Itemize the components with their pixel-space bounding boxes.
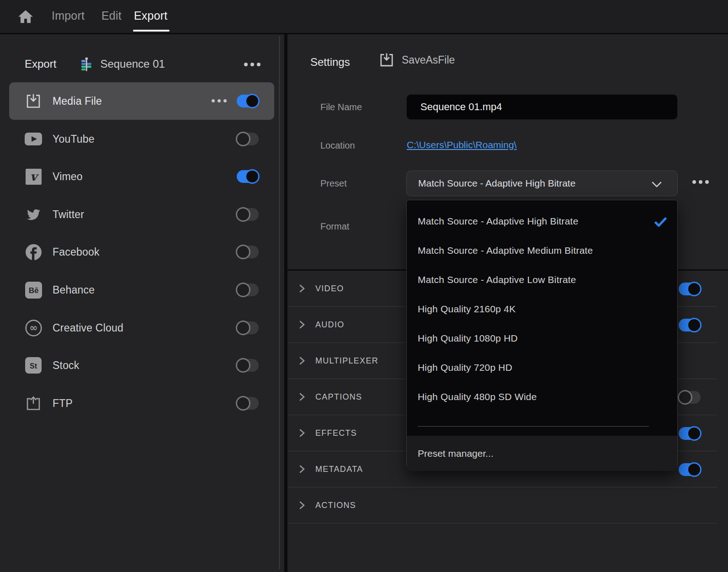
- preset-manager-label: Preset manager...: [418, 448, 494, 459]
- sidebar-item-label: Twitter: [53, 208, 84, 221]
- ftp-toggle[interactable]: [237, 397, 259, 410]
- preset-dropdown[interactable]: Match Source - Adaptive High Bitrate: [406, 171, 678, 196]
- preset-option-label: High Quality 720p HD: [418, 362, 512, 373]
- facebook-toggle[interactable]: [237, 246, 259, 258]
- sidebar-item-stock[interactable]: St Stock: [9, 347, 274, 384]
- sidebar-item-twitter[interactable]: Twitter: [9, 196, 274, 233]
- sidebar-item-facebook[interactable]: Facebook: [9, 233, 274, 271]
- sidebar-item-media-file[interactable]: Media File: [9, 82, 274, 120]
- section-actions[interactable]: ACTIONS: [287, 487, 717, 524]
- metadata-toggle[interactable]: [679, 463, 701, 476]
- video-toggle[interactable]: [679, 283, 701, 295]
- section-label: CAPTIONS: [315, 392, 362, 402]
- sidebar-item-label: Creative Cloud: [53, 322, 123, 334]
- location-label: Location: [320, 140, 355, 151]
- svg-text:∞: ∞: [29, 322, 37, 333]
- twitter-icon: [24, 208, 43, 221]
- sidebar-item-ftp[interactable]: FTP: [9, 385, 274, 422]
- section-label: VIDEO: [315, 284, 344, 294]
- preset-option[interactable]: High Quality 1080p HD: [407, 324, 677, 353]
- svg-text:St: St: [30, 362, 37, 370]
- youtube-icon: [24, 133, 43, 145]
- chevron-right-icon: [299, 465, 305, 473]
- stock-toggle[interactable]: [237, 359, 259, 372]
- youtube-toggle[interactable]: [237, 133, 259, 145]
- section-label: METADATA: [315, 465, 363, 474]
- sidebar-item-creative-cloud[interactable]: ∞ Creative Cloud: [9, 309, 274, 347]
- media-file-more-options-button[interactable]: [212, 99, 227, 102]
- twitter-toggle[interactable]: [237, 208, 259, 221]
- tab-export[interactable]: Export: [134, 9, 167, 22]
- save-as-file-icon: [379, 53, 394, 67]
- preset-manager-button[interactable]: Preset manager...: [407, 436, 677, 471]
- home-button[interactable]: [16, 8, 35, 25]
- sequence-more-options-button[interactable]: [244, 63, 260, 66]
- sidebar-item-label: Vimeo: [53, 171, 83, 183]
- settings-title: Settings: [310, 56, 350, 69]
- preset-option[interactable]: Match Source - Adaptive Medium Bitrate: [407, 236, 677, 265]
- format-label: Format: [320, 221, 349, 232]
- file-name-label: File Name: [320, 102, 362, 112]
- tab-import[interactable]: Import: [52, 9, 85, 22]
- section-label: MULTIPLEXER: [315, 356, 378, 366]
- preset-option-label: Match Source - Adaptive High Bitrate: [418, 216, 579, 227]
- tab-edit[interactable]: Edit: [101, 9, 122, 22]
- sidebar-item-label: YouTube: [53, 133, 95, 145]
- behance-toggle[interactable]: [237, 283, 259, 296]
- effects-toggle[interactable]: [679, 427, 701, 440]
- sidebar-item-label: Stock: [53, 359, 80, 372]
- preset-option[interactable]: Match Source - Adaptive High Bitrate: [407, 207, 677, 236]
- chevron-right-icon: [299, 357, 305, 365]
- chevron-right-icon: [299, 284, 305, 293]
- preset-dropdown-menu: Match Source - Adaptive High Bitrate Mat…: [406, 200, 678, 471]
- sidebar-item-label: Behance: [53, 284, 95, 296]
- sidebar-title: Export: [25, 58, 56, 70]
- home-icon: [17, 9, 34, 24]
- captions-toggle[interactable]: [679, 391, 701, 404]
- active-tab-underline: [133, 30, 170, 32]
- chevron-right-icon: [299, 321, 305, 329]
- preset-more-options-button[interactable]: [692, 180, 709, 184]
- sequence-name: Sequence 01: [100, 58, 165, 70]
- preset-selected-value: Match Source - Adaptive High Bitrate: [418, 178, 575, 189]
- save-as-file-button[interactable]: SaveAsFile: [379, 53, 455, 67]
- media-file-toggle[interactable]: [237, 95, 259, 107]
- facebook-icon: [24, 244, 43, 261]
- chevron-right-icon: [299, 501, 305, 509]
- preset-option-label: High Quality 480p SD Wide: [418, 391, 537, 402]
- preset-option-label: High Quality 1080p HD: [418, 333, 518, 344]
- stock-icon: St: [24, 357, 43, 374]
- premiere-export-window: Import Edit Export Export Sequence 01: [0, 0, 728, 572]
- vimeo-toggle[interactable]: [237, 170, 259, 183]
- preset-option[interactable]: High Quality 2160p 4K: [407, 294, 677, 324]
- behance-icon: Bē: [24, 282, 43, 299]
- sidebar-item-label: FTP: [53, 397, 73, 410]
- sidebar-item-youtube[interactable]: YouTube: [9, 120, 274, 158]
- section-label: AUDIO: [315, 320, 345, 330]
- creative-cloud-toggle[interactable]: [237, 321, 259, 334]
- menu-divider: [418, 426, 649, 427]
- sidebar-item-label: Facebook: [53, 246, 100, 258]
- sidebar-item-vimeo[interactable]: v Vimeo: [9, 158, 274, 195]
- chevron-right-icon: [299, 429, 305, 437]
- chevron-right-icon: [299, 393, 305, 401]
- sidebar-item-label: Media File: [53, 95, 102, 107]
- sequence-icon: [79, 57, 94, 72]
- panel-divider: [284, 34, 287, 572]
- top-bar: Import Edit Export: [0, 0, 728, 33]
- section-label: ACTIONS: [315, 501, 356, 510]
- sidebar-item-behance[interactable]: Bē Behance: [9, 271, 274, 309]
- file-name-input[interactable]: [406, 94, 678, 120]
- preset-option[interactable]: High Quality 720p HD: [407, 353, 677, 382]
- media-file-download-icon: [24, 93, 43, 109]
- audio-toggle[interactable]: [679, 319, 701, 331]
- section-label: EFFECTS: [315, 428, 357, 438]
- save-as-file-label: SaveAsFile: [402, 54, 455, 66]
- svg-text:Bē: Bē: [28, 286, 38, 295]
- preset-option[interactable]: Match Source - Adaptive Low Bitrate: [407, 265, 677, 294]
- sidebar-scrollbar[interactable]: [279, 36, 280, 569]
- preset-option[interactable]: High Quality 480p SD Wide: [407, 382, 677, 412]
- location-link[interactable]: C:\Users\Public\Roaming\: [407, 139, 516, 150]
- vimeo-icon: v: [24, 169, 43, 185]
- checkmark-icon: [654, 217, 667, 227]
